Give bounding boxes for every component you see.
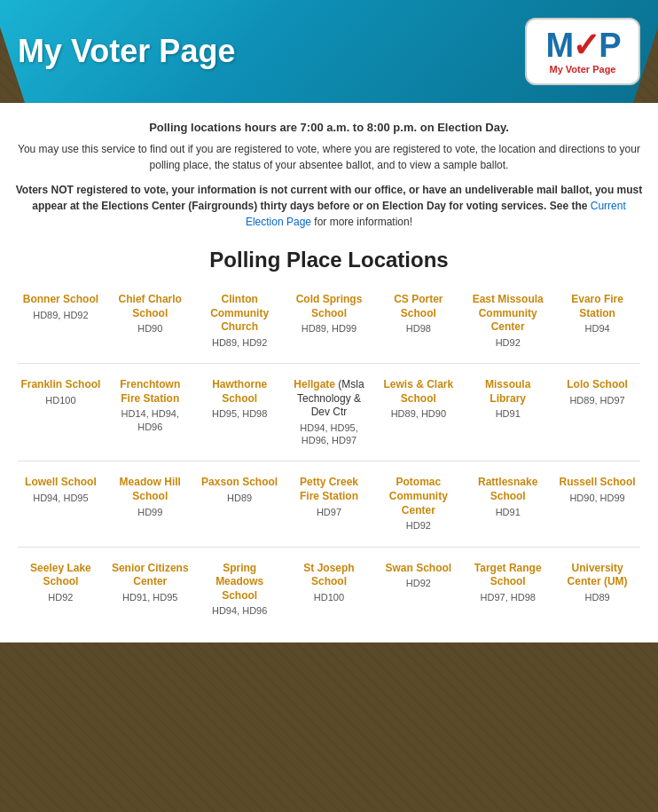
polling-place-bonner[interactable]: Bonner School HD89, HD92 — [18, 286, 104, 356]
logo-box: M✓P My Voter Page — [525, 18, 640, 85]
logo-check: ✓ — [572, 27, 599, 64]
polling-place-target-range[interactable]: Target Range School HD97, HD98 — [465, 555, 551, 625]
polling-place-clinton[interactable]: Clinton Community Church HD89, HD92 — [197, 286, 283, 356]
polling-place-evaro[interactable]: Evaro Fire Station HD94 — [554, 286, 640, 356]
polling-grid: Bonner School HD89, HD92 Chief Charlo Sc… — [13, 286, 645, 625]
polling-place-potomac[interactable]: Potomac Community Center HD92 — [375, 469, 461, 539]
logo-letters: M✓P — [545, 28, 619, 62]
logo-subtitle: My Voter Page — [550, 64, 616, 75]
warning-end: for more information! — [314, 216, 412, 228]
hours-text: Polling locations hours are 7:00 a.m. to… — [13, 121, 645, 134]
page-title: My Voter Page — [18, 33, 235, 70]
page-header: My Voter Page M✓P My Voter Page — [0, 0, 658, 103]
polling-place-lolo[interactable]: Lolo School HD89, HD97 — [554, 371, 640, 453]
polling-place-meadow-hill[interactable]: Meadow Hill School HD99 — [107, 469, 193, 539]
polling-place-paxson[interactable]: Paxson School HD89 — [197, 469, 283, 539]
polling-place-petty-creek[interactable]: Petty Creek Fire Station HD97 — [286, 469, 372, 539]
polling-place-spring-meadows[interactable]: Spring Meadows School HD94, HD96 — [197, 555, 283, 625]
polling-place-chief-charlo[interactable]: Chief Charlo School HD90 — [107, 286, 193, 356]
polling-place-russell[interactable]: Russell School HD90, HD99 — [554, 469, 640, 539]
polling-place-senior-citizens[interactable]: Senior Citizens Center HD91, HD95 — [107, 555, 193, 625]
polling-place-cs-porter[interactable]: CS Porter School HD98 — [375, 286, 461, 356]
polling-place-rattlesnake[interactable]: Rattlesnake School HD91 — [465, 469, 551, 539]
polling-place-east-missoula[interactable]: East Missoula Community Center HD92 — [465, 286, 551, 356]
main-content: Polling locations hours are 7:00 a.m. to… — [0, 103, 658, 643]
polling-place-franklin[interactable]: Franklin School HD100 — [18, 371, 104, 453]
service-text: You may use this service to find out if … — [13, 141, 645, 173]
section-title: Polling Place Locations — [13, 248, 645, 272]
polling-place-frenchtown[interactable]: Frenchtown Fire Station HD14, HD94, HD96 — [107, 371, 193, 453]
polling-place-cold-springs[interactable]: Cold Springs School HD89, HD99 — [286, 286, 372, 356]
polling-place-st-joseph[interactable]: St Joseph School HD100 — [286, 555, 372, 625]
polling-place-seeley-lake[interactable]: Seeley Lake School HD92 — [18, 555, 104, 625]
polling-place-university-center[interactable]: University Center (UM) HD89 — [554, 555, 640, 625]
polling-place-swan[interactable]: Swan School HD92 — [375, 555, 461, 625]
warning-text: Voters NOT registered to vote, your info… — [13, 182, 645, 230]
polling-place-lewis-clark[interactable]: Lewis & Clark School HD89, HD90 — [375, 371, 461, 453]
polling-place-missoula-library[interactable]: Missoula Library HD91 — [465, 371, 551, 453]
warning-bold: Voters NOT registered to vote, your info… — [16, 184, 643, 212]
polling-place-hellgate[interactable]: Hellgate (Msla Technology & Dev Ctr HD94… — [286, 371, 372, 453]
polling-place-lowell[interactable]: Lowell School HD94, HD95 — [18, 469, 104, 539]
polling-place-hawthorne[interactable]: Hawthorne School HD95, HD98 — [197, 371, 283, 453]
